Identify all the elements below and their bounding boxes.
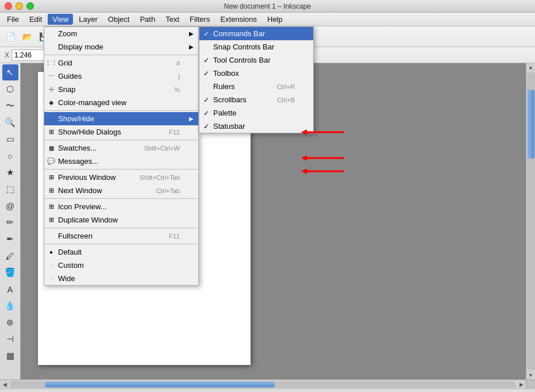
sh-commands-bar[interactable]: ✓ Commands Bar (199, 27, 313, 40)
new-button[interactable]: 📄 (2, 29, 18, 45)
scroll-right-arrow[interactable]: ▶ (517, 380, 526, 389)
custom-radio: ○ (47, 262, 56, 268)
star-tool[interactable]: ★ (2, 164, 18, 180)
menu-prev-window[interactable]: ⊞ Previous Window Shift+Ctrl+Tab (44, 171, 198, 184)
menu-swatches[interactable]: ▦ Swatches... Shift+Ctrl+W (44, 141, 198, 155)
scrollbars-shortcut: Ctrl+B (277, 97, 299, 103)
spray-tool[interactable]: ⊛ (2, 314, 18, 330)
scroll-up-arrow[interactable]: ▲ (527, 63, 535, 71)
gradient-tool[interactable]: ▦ (2, 348, 18, 364)
menu-guides[interactable]: ⋯ Guides | (44, 70, 198, 83)
custom-label: Custom (58, 261, 84, 270)
node-tool[interactable]: ⬡ (2, 81, 18, 97)
menu-next-window[interactable]: ⊞ Next Window Ctrl+Tab (44, 184, 198, 197)
3d-box-tool[interactable]: ⬚ (2, 181, 18, 197)
h-scrollbar[interactable]: ◀ ▶ (0, 379, 535, 389)
pencil-tool[interactable]: ✏ (2, 214, 18, 230)
menu-view[interactable]: View (48, 14, 73, 25)
h-scroll-thumb[interactable] (45, 382, 275, 387)
icon-preview-check: ⊞ (47, 203, 56, 210)
tweak-tool[interactable]: 〜 (2, 98, 18, 114)
spiral-tool[interactable]: @ (2, 198, 18, 214)
menu-zoom[interactable]: Zoom (44, 27, 198, 40)
menu-object[interactable]: Object (103, 14, 134, 25)
menu-path[interactable]: Path (135, 14, 160, 25)
zoom-label: Zoom (58, 29, 77, 38)
connector-tool[interactable]: ⊣ (2, 331, 18, 347)
menu-edit[interactable]: Edit (25, 14, 47, 25)
menu-wide[interactable]: ○ Wide (44, 272, 198, 285)
show-hide-label: Show/Hide (58, 114, 94, 123)
menu-grid[interactable]: ⋮⋮ Grid # (44, 56, 198, 70)
menu-bar: File Edit View Layer Object Path Text Fi… (0, 13, 535, 26)
next-window-label: Next Window (58, 186, 102, 195)
menu-file[interactable]: File (2, 14, 24, 25)
menu-extensions[interactable]: Extensions (215, 14, 261, 25)
close-button[interactable] (5, 2, 12, 10)
menu-default[interactable]: ● Default (44, 245, 198, 259)
grid-check-area: ⋮⋮ (47, 59, 56, 67)
dropper-tool[interactable]: 💧 (2, 298, 18, 314)
menu-show-hide[interactable]: Show/Hide (44, 112, 198, 125)
menu-help[interactable]: Help (263, 14, 287, 25)
h-scroll-track[interactable] (10, 381, 515, 388)
sh-tool-controls[interactable]: ✓ Tool Controls Bar (199, 53, 313, 67)
status-bar (0, 389, 535, 392)
x-input[interactable] (11, 49, 46, 61)
menu-messages[interactable]: 💬 Messages... (44, 155, 198, 168)
color-managed-check-area: ◈ (47, 99, 56, 106)
sep1 (44, 55, 198, 55)
prev-window-check: ⊞ (47, 174, 56, 181)
rect-tool[interactable]: ▭ (2, 131, 18, 147)
circle-tool[interactable]: ○ (2, 148, 18, 164)
svg-marker-3 (301, 155, 307, 161)
right-scrollbar[interactable]: ▲ ▼ (526, 63, 535, 379)
corner-btn[interactable] (526, 380, 535, 389)
toolbox-label: Toolbox (213, 69, 239, 78)
menu-dup-window[interactable]: ⊞ Duplicate Window (44, 213, 198, 226)
wide-label: Wide (58, 274, 75, 283)
sh-palette[interactable]: ✓ Palette (199, 106, 313, 120)
menu-fullscreen[interactable]: Fullscreen F11 (44, 229, 198, 243)
icon-preview-label: Icon Preview... (58, 202, 107, 211)
text-tool[interactable]: A (2, 281, 18, 297)
open-button[interactable]: 📂 (19, 29, 35, 45)
wide-radio: ○ (47, 275, 56, 282)
menu-show-hide-dialogs[interactable]: ⊞ Show/Hide Dialogs F12 (44, 125, 198, 139)
menu-text[interactable]: Text (161, 14, 184, 25)
menu-color-managed[interactable]: ◈ Color-managed view (44, 96, 198, 109)
sep5 (44, 198, 198, 199)
calligraphy-tool[interactable]: 🖊 (2, 248, 18, 264)
menu-custom[interactable]: ○ Custom (44, 259, 198, 272)
scroll-track-vertical[interactable] (527, 72, 535, 370)
bucket-tool[interactable]: 🪣 (2, 264, 18, 280)
sh-snap-controls[interactable]: Snap Controls Bar (199, 40, 313, 53)
scrollbars-label: Scrollbars (213, 95, 247, 104)
scroll-down-arrow[interactable]: ▼ (527, 371, 535, 379)
sh-scrollbars[interactable]: ✓ Scrollbars Ctrl+B (199, 93, 313, 106)
swatches-label: Swatches... (58, 144, 97, 152)
menu-layer[interactable]: Layer (74, 14, 102, 25)
menu-display-mode[interactable]: Display mode (44, 40, 198, 53)
select-tool[interactable]: ↖ (2, 64, 18, 80)
toolbox-check: ✓ (202, 70, 211, 78)
pen-tool[interactable]: ✒ (2, 231, 18, 247)
sh-toolbox[interactable]: ✓ Toolbox (199, 67, 313, 80)
minimize-button[interactable] (16, 2, 23, 10)
grid-label: Grid (58, 59, 72, 67)
menu-icon-preview[interactable]: ⊞ Icon Preview... (44, 200, 198, 213)
menu-filters[interactable]: Filters (185, 14, 214, 25)
statusbar-check: ✓ (202, 122, 211, 130)
menu-snap[interactable]: ⊹ Snap % (44, 83, 198, 96)
scroll-left-arrow[interactable]: ◀ (0, 380, 9, 389)
tool-controls-arrow (301, 152, 347, 164)
swatches-check: ▦ (47, 145, 56, 151)
show-hide-menu: ✓ Commands Bar Snap Controls Bar ✓ Tool … (199, 26, 314, 133)
sep6 (44, 228, 198, 228)
sh-rulers[interactable]: Rulers Ctrl+R (199, 80, 313, 93)
maximize-button[interactable] (26, 2, 34, 10)
swatches-shortcut: Shift+Ctrl+W (144, 145, 184, 152)
sh-statusbar[interactable]: ✓ Statusbar (199, 120, 313, 133)
zoom-tool[interactable]: 🔍 (2, 114, 18, 130)
scroll-thumb-vertical[interactable] (528, 90, 534, 159)
